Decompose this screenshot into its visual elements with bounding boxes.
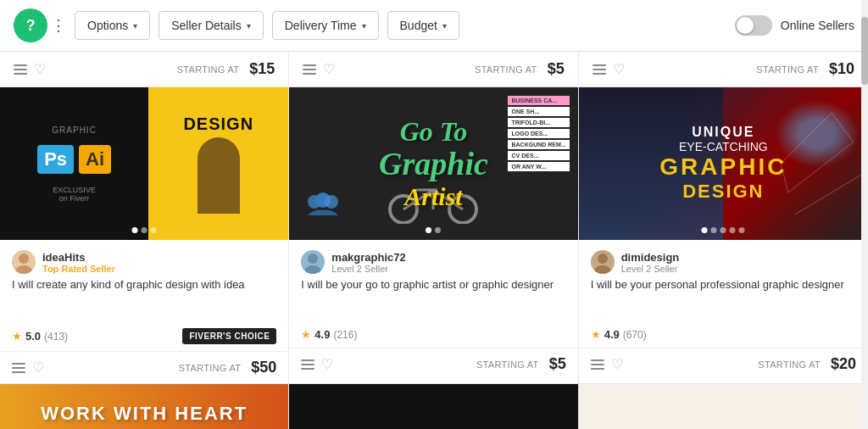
card-actions-3: ♡: [593, 61, 625, 77]
sticky-note-5: BACKGUND REM...: [508, 140, 569, 149]
bottom-partial-card-2[interactable]: [289, 384, 578, 429]
avatar-image: [301, 250, 325, 274]
card-body-ideahits: ideaHits Top Rated Seller I will create …: [0, 240, 288, 325]
card-image-makgraphic72: Go To Graphic Artist: [289, 87, 577, 240]
filter-bar: ? ⋮ Options ▾ Seller Details ▾ Delivery …: [0, 0, 868, 52]
avatar-image: [591, 250, 615, 274]
svg-point-0: [19, 254, 29, 264]
avatar-image: [12, 250, 36, 274]
dot-3: [721, 227, 726, 233]
delivery-time-filter-button[interactable]: Delivery Time ▾: [272, 11, 379, 40]
card-price: $15: [249, 60, 275, 78]
chevron-down-icon: ▾: [133, 21, 137, 31]
menu-lines-icon[interactable]: [593, 64, 606, 75]
star-icon: ★: [591, 328, 601, 341]
sticky-note-7: OR ANY W...: [508, 162, 569, 171]
image-carousel-dots: [132, 227, 157, 233]
sticky-note-4: LOGO DES...: [508, 129, 569, 138]
starting-at-label: STARTING AT: [179, 363, 242, 373]
image-left-panel: GRAPHIC Ps Ai EXCLUSIVEon Fiverr: [0, 87, 148, 240]
sticky-note-6: CV DES...: [508, 151, 569, 160]
chevron-down-icon: ▾: [362, 21, 366, 31]
fiverrs-choice-badge: FIVERR'S CHOICE: [182, 328, 276, 344]
card-body-makgraphic72: makgraphic72 Level 2 Seller I will be yo…: [289, 240, 577, 325]
seller-info-dimidesign: dimidesign Level 2 Seller: [591, 250, 856, 274]
card-bottom-dimidesign: ♡ STARTING AT $20: [579, 348, 868, 380]
card-image-dimidesign: UNIQUE EYE-CATCHING GRAPHIC DESIGN: [579, 87, 868, 240]
card-gig-title: I will be your personal professional gra…: [591, 277, 856, 308]
partial-card-1: ♡ STARTING AT $15: [0, 52, 289, 87]
card-actions-1: ♡: [14, 61, 46, 77]
online-sellers-toggle[interactable]: [735, 15, 772, 36]
partial-card-2: ♡ STARTING AT $5: [289, 52, 578, 87]
unique-text-3: GRAPHIC: [659, 153, 787, 181]
main-cards-row: GRAPHIC Ps Ai EXCLUSIVEon Fiverr DESIGN: [0, 87, 868, 384]
seller-details-label: Seller Details: [171, 19, 241, 32]
budget-filter-button[interactable]: Budget ▾: [387, 11, 459, 40]
favorite-icon[interactable]: ♡: [34, 61, 46, 77]
scrollbar-track[interactable]: [861, 0, 868, 429]
rating-score: 4.9: [604, 328, 620, 341]
card-price: $10: [829, 60, 854, 78]
card-price: $50: [251, 359, 276, 376]
dot-2: [142, 227, 147, 233]
dot-2: [435, 227, 441, 233]
seller-level-badge: Level 2 Seller: [621, 264, 680, 274]
favorite-icon[interactable]: ♡: [613, 61, 625, 77]
card-image-unique: UNIQUE EYE-CATCHING GRAPHIC DESIGN: [579, 87, 868, 240]
dot-1: [702, 227, 708, 233]
seller-name-column: makgraphic72 Level 2 Seller: [331, 251, 405, 274]
seller-info-ideahits: ideaHits Top Rated Seller: [12, 250, 276, 274]
more-options-dots[interactable]: ⋮: [51, 16, 66, 35]
gig-card-makgraphic72[interactable]: Go To Graphic Artist: [289, 87, 578, 384]
svg-line-13: [782, 113, 832, 164]
budget-label: Budget: [400, 19, 437, 32]
starting-at-label: STARTING AT: [756, 64, 819, 75]
help-button[interactable]: ?: [14, 8, 47, 42]
card-bottom-makgraphic72: ♡ STARTING AT $5: [289, 348, 577, 380]
card-body-dimidesign: dimidesign Level 2 Seller I will be your…: [579, 240, 868, 325]
gig-card-dimidesign[interactable]: UNIQUE EYE-CATCHING GRAPHIC DESIGN: [579, 87, 868, 384]
favorite-icon[interactable]: ♡: [323, 61, 335, 77]
bottom-partial-cards-row: WORK WITH HEART: [0, 384, 868, 429]
menu-lines-icon[interactable]: [303, 64, 316, 75]
avatar-dimidesign: [591, 250, 615, 274]
options-filter-button[interactable]: Options ▾: [75, 11, 150, 40]
card-gig-title: I will create any kind of graphic design…: [12, 277, 276, 308]
favorite-icon[interactable]: ♡: [321, 356, 333, 372]
menu-lines-icon[interactable]: [591, 359, 604, 370]
unique-text-2: EYE-CATCHING: [659, 140, 787, 153]
scrollbar-thumb[interactable]: [861, 17, 868, 85]
card-image-ideahits: GRAPHIC Ps Ai EXCLUSIVEon Fiverr DESIGN: [0, 87, 288, 240]
graphic-text: Graphic: [379, 147, 488, 182]
dot-1: [132, 227, 138, 233]
card-price: $5: [548, 60, 565, 78]
seller-name-column: dimidesign Level 2 Seller: [621, 251, 680, 274]
card-image-go-graphic: Go To Graphic Artist: [289, 87, 577, 240]
svg-point-10: [325, 195, 338, 209]
svg-line-16: [832, 113, 854, 142]
menu-lines-icon[interactable]: [14, 64, 27, 75]
starting-at-label: STARTING AT: [758, 359, 821, 370]
favorite-icon[interactable]: ♡: [32, 359, 44, 376]
toggle-knob: [737, 17, 754, 34]
partial-card-3: ♡ STARTING AT $10: [579, 52, 868, 87]
go-graphic-overlay-text: Go To Graphic Artist: [379, 117, 488, 210]
dot-4: [730, 227, 736, 233]
seller-details-filter-button[interactable]: Seller Details ▾: [159, 11, 263, 40]
star-icon: ★: [301, 328, 311, 341]
bottom-partial-card-3[interactable]: [579, 384, 868, 429]
card-price: $20: [831, 355, 856, 373]
favorite-icon[interactable]: ♡: [611, 356, 623, 372]
menu-lines-icon[interactable]: [301, 359, 314, 370]
sticky-note-3: TRIFOLD-BI...: [508, 118, 569, 127]
starting-at-label: STARTING AT: [475, 64, 537, 75]
image-right-panel: DESIGN: [148, 87, 288, 240]
svg-point-12: [304, 265, 321, 274]
seller-info-makgraphic72: makgraphic72 Level 2 Seller: [301, 250, 565, 274]
card-actions-ideahits: ♡: [12, 359, 44, 376]
gig-card-ideahits[interactable]: GRAPHIC Ps Ai EXCLUSIVEon Fiverr DESIGN: [0, 87, 289, 384]
unique-text-1: UNIQUE: [659, 125, 787, 140]
menu-lines-icon[interactable]: [12, 363, 25, 373]
bottom-partial-card-1[interactable]: WORK WITH HEART: [0, 384, 289, 429]
